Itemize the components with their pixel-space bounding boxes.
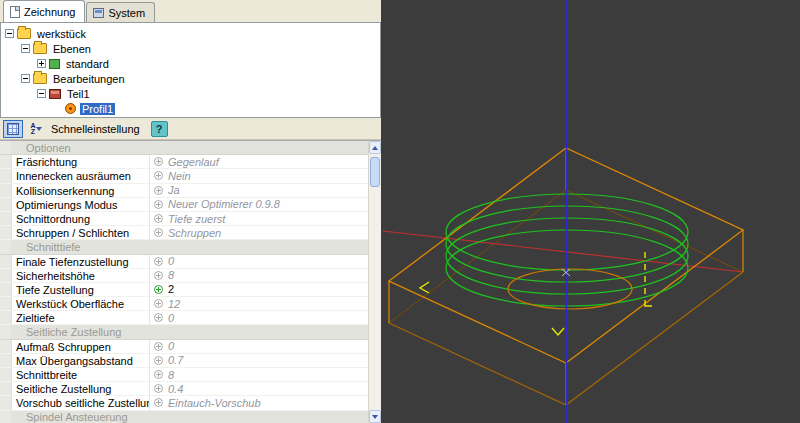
viewport-canvas[interactable] <box>381 0 800 423</box>
expand-plus-icon[interactable] <box>154 313 163 322</box>
scroll-up-button[interactable] <box>369 141 381 154</box>
tree-node-ebenen[interactable]: Ebenen <box>3 41 378 56</box>
project-tree: werkstück Ebenen standard Bearbeitungen <box>0 22 381 118</box>
property-row-schnittordnung[interactable]: Schnittordnung Tiefe zuerst <box>0 212 368 226</box>
tree-node-label[interactable]: standard <box>64 58 111 70</box>
tab-zeichnung[interactable]: Zeichnung <box>3 0 85 22</box>
expand-plus-icon[interactable] <box>154 356 163 365</box>
property-value-cell[interactable]: Gegenlauf <box>150 155 368 168</box>
property-value: 8 <box>168 369 174 381</box>
property-value-cell[interactable]: 0 <box>150 255 368 268</box>
tree-node-teil1[interactable]: Teil1 <box>3 86 378 101</box>
property-label: Sicherheitshöhe <box>12 269 150 282</box>
folder-icon <box>33 73 47 84</box>
property-toolbar: A Z Schnelleinstellung ? <box>0 118 381 140</box>
property-row-werkstueck-oberflaeche[interactable]: Werkstück Oberfläche 12 <box>0 297 368 311</box>
expand-plus-icon[interactable] <box>154 228 163 237</box>
tree-node-label[interactable]: Bearbeitungen <box>51 73 127 85</box>
expand-plus-icon[interactable] <box>154 384 163 393</box>
tree-node-label[interactable]: Profil1 <box>80 103 115 115</box>
viewport-background <box>381 0 800 423</box>
alphabetical-sort-button[interactable]: A Z <box>26 120 46 138</box>
property-row-zieltiefe[interactable]: Zieltiefe 0 <box>0 311 368 325</box>
property-value-cell[interactable]: Ja <box>150 184 368 197</box>
scroll-down-button[interactable] <box>369 410 381 423</box>
collapse-icon[interactable] <box>21 44 30 53</box>
scrollbar-thumb[interactable] <box>370 157 380 187</box>
part-icon <box>49 89 61 99</box>
tree-node-werkstueck[interactable]: werkstück <box>3 26 378 41</box>
tree-node-label[interactable]: werkstück <box>35 28 88 40</box>
property-label: Fräsrichtung <box>12 155 150 168</box>
expand-icon[interactable] <box>37 59 46 68</box>
property-row-kollision[interactable]: Kollisionserkennung Ja <box>0 184 368 198</box>
property-value-cell[interactable]: Nein <box>150 169 368 182</box>
folder-icon <box>33 43 47 54</box>
quick-settings-label[interactable]: Schnelleinstellung <box>51 123 140 135</box>
viewport-3d[interactable] <box>381 0 800 423</box>
tab-system[interactable]: System <box>86 2 155 22</box>
property-row-fraesrichtung[interactable]: Fräsrichtung Gegenlauf <box>0 155 368 169</box>
section-row-schnitttiefe[interactable]: Schnitttiefe <box>0 240 368 254</box>
expand-plus-icon[interactable] <box>154 342 163 351</box>
categorized-view-button[interactable] <box>3 120 23 138</box>
property-value-cell[interactable]: 0.7 <box>150 354 368 367</box>
expand-plus-icon[interactable] <box>154 271 163 280</box>
expand-plus-icon-active[interactable] <box>154 285 163 294</box>
left-panel: Zeichnung System werkstück Ebenen <box>0 0 381 423</box>
row-gutter <box>0 184 12 197</box>
tree-node-profil1[interactable]: Profil1 <box>3 101 378 116</box>
property-row-sicherheitshoehe[interactable]: Sicherheitshöhe 8 <box>0 269 368 283</box>
property-row-seitliche-zustellung[interactable]: Seitliche Zustellung 0.4 <box>0 382 368 396</box>
expand-plus-icon[interactable] <box>154 200 163 209</box>
property-value-cell[interactable]: Neuer Optimierer 0.9.8 <box>150 198 368 211</box>
property-value-cell[interactable]: 0 <box>150 340 368 353</box>
expand-plus-icon[interactable] <box>154 257 163 266</box>
property-grid-scrollbar[interactable] <box>368 141 381 423</box>
collapse-icon[interactable] <box>5 29 14 38</box>
property-row-tiefe-zustellung[interactable]: Tiefe Zustellung 2 <box>0 283 368 297</box>
property-value: 12 <box>168 298 180 310</box>
property-value-cell[interactable]: 0.4 <box>150 382 368 395</box>
expand-plus-icon[interactable] <box>154 186 163 195</box>
section-row-spindel-ansteuerung[interactable]: Spindel Ansteuerung <box>0 411 368 423</box>
property-value-cell[interactable]: Tiefe zuerst <box>150 212 368 225</box>
expand-plus-icon[interactable] <box>154 171 163 180</box>
property-row-innenecken[interactable]: Innenecken ausräumen Nein <box>0 169 368 183</box>
property-value[interactable]: 2 <box>168 283 174 295</box>
expand-plus-icon[interactable] <box>154 157 163 166</box>
property-row-schruppen-schlichten[interactable]: Schruppen / Schlichten Schruppen <box>0 226 368 240</box>
tree-node-label[interactable]: Ebenen <box>51 43 93 55</box>
property-row-finale-tiefenzustellung[interactable]: Finale Tiefenzustellung 0 <box>0 255 368 269</box>
help-button[interactable]: ? <box>151 121 168 137</box>
page-icon <box>10 6 20 18</box>
section-row-seitliche-zustellung[interactable]: Seitliche Zustellung <box>0 325 368 339</box>
expand-plus-icon[interactable] <box>154 214 163 223</box>
property-value-cell[interactable]: 0 <box>150 311 368 324</box>
scrollbar-track[interactable] <box>369 154 381 410</box>
tree-node-bearbeitungen[interactable]: Bearbeitungen <box>3 71 378 86</box>
section-row-optionen[interactable]: Optionen <box>0 141 368 155</box>
tree-node-standard[interactable]: standard <box>3 56 378 71</box>
expand-plus-icon[interactable] <box>154 370 163 379</box>
property-value-cell[interactable]: 8 <box>150 269 368 282</box>
property-value-cell[interactable]: 12 <box>150 297 368 310</box>
expand-plus-icon[interactable] <box>154 299 163 308</box>
row-gutter <box>0 368 12 381</box>
property-value: Ja <box>168 184 180 196</box>
property-row-schnittbreite[interactable]: Schnittbreite 8 <box>0 368 368 382</box>
property-value-cell[interactable]: 8 <box>150 368 368 381</box>
collapse-icon[interactable] <box>21 74 30 83</box>
property-row-vorschub-seitliche-zustellung[interactable]: Vorschub seitliche Zustellung Eintauch-V… <box>0 396 368 410</box>
property-label: Tiefe Zustellung <box>12 283 150 296</box>
collapse-icon[interactable] <box>37 89 46 98</box>
property-row-optimierung[interactable]: Optimierungs Modus Neuer Optimierer 0.9.… <box>0 198 368 212</box>
tree-node-label[interactable]: Teil1 <box>65 88 92 100</box>
property-value-cell[interactable]: Eintauch-Vorschub <box>150 396 368 409</box>
property-row-aufmass-schruppen[interactable]: Aufmaß Schruppen 0 <box>0 340 368 354</box>
property-label: Zieltiefe <box>12 311 150 324</box>
expand-plus-icon[interactable] <box>154 398 163 407</box>
property-value-cell[interactable]: Schruppen <box>150 226 368 239</box>
property-row-max-uebergangsabstand[interactable]: Max Übergangsabstand 0.7 <box>0 354 368 368</box>
property-value-cell[interactable]: 2 <box>150 283 368 296</box>
